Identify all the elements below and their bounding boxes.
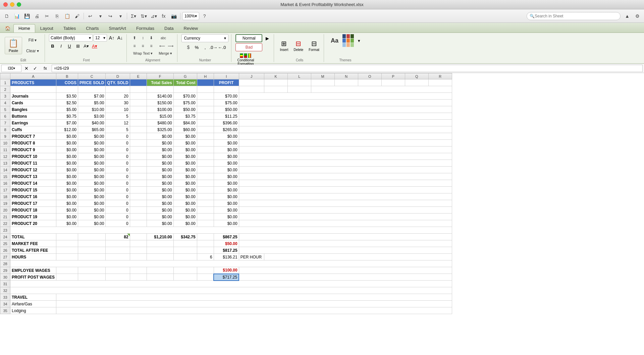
spreadsheet[interactable]: A B C D E F G H I J K L M N O P Q bbox=[0, 73, 644, 355]
cell-A2[interactable] bbox=[10, 86, 56, 93]
number-format-selector[interactable]: Currency ▾ bbox=[181, 34, 228, 42]
cell-O1[interactable] bbox=[358, 79, 381, 86]
align-center-button[interactable]: ≡ bbox=[139, 42, 147, 50]
cell-A29[interactable]: EMPLOYEE WAGES bbox=[10, 267, 56, 274]
cell-G7[interactable]: $84.00 bbox=[173, 120, 197, 126]
cell-I7[interactable]: $396.00 bbox=[214, 120, 239, 126]
cell-rest-3[interactable] bbox=[239, 93, 452, 100]
cell-I27[interactable]: $136.21 bbox=[214, 254, 239, 260]
cell-R1[interactable] bbox=[428, 79, 452, 86]
col-header-D[interactable]: D bbox=[106, 73, 130, 79]
font-size-selector[interactable]: 12 ▾ bbox=[94, 34, 107, 42]
align-middle-button[interactable]: ↕ bbox=[139, 34, 147, 42]
filter-button[interactable]: ⊿▾ bbox=[149, 11, 158, 21]
cell-G3[interactable]: $70.00 bbox=[173, 93, 197, 100]
cell-C3[interactable]: $7.00 bbox=[78, 93, 106, 100]
col-header-B[interactable]: B bbox=[56, 73, 78, 79]
camera-button[interactable]: 📷 bbox=[169, 11, 178, 21]
cell-B2[interactable] bbox=[56, 86, 78, 93]
font-size-increase[interactable]: A↑ bbox=[108, 34, 115, 42]
cell-E1[interactable] bbox=[130, 79, 147, 86]
cell-A30[interactable]: PROFIT POST WAGES bbox=[10, 274, 56, 281]
cell-I2[interactable] bbox=[214, 86, 239, 93]
cell-B5[interactable]: $5.00 bbox=[56, 106, 78, 113]
cell-A34[interactable]: Airfare/Gas bbox=[10, 301, 56, 307]
col-header-H[interactable]: H bbox=[197, 73, 214, 79]
minimize-button[interactable] bbox=[10, 2, 14, 7]
cell-C1[interactable]: PRICE SOLD bbox=[78, 79, 106, 86]
col-header-K[interactable]: K bbox=[264, 73, 287, 79]
spreadsheet-icon[interactable]: 📊 bbox=[12, 11, 21, 21]
align-right-button[interactable]: ≡ bbox=[148, 42, 155, 50]
bad-style-box[interactable]: Bad bbox=[235, 43, 262, 51]
currency-button[interactable]: $ bbox=[184, 44, 192, 51]
cell-A24[interactable]: TOTAL bbox=[10, 234, 56, 240]
row-num-6[interactable]: 6 bbox=[0, 113, 10, 120]
paste-toolbar-button[interactable]: 📋 bbox=[62, 11, 72, 21]
col-header-G[interactable]: G bbox=[173, 73, 197, 79]
cell-D5[interactable]: 10 bbox=[106, 106, 130, 113]
cell-G2[interactable] bbox=[173, 86, 197, 93]
search-toolbar[interactable]: 🔍 bbox=[527, 12, 621, 20]
cell-I8[interactable]: $265.00 bbox=[214, 126, 239, 133]
italic-button[interactable]: I bbox=[57, 42, 65, 50]
col-header-A[interactable]: A bbox=[10, 73, 56, 79]
cell-Q1[interactable] bbox=[405, 79, 428, 86]
cell-F5[interactable]: $100.00 bbox=[147, 106, 173, 113]
cell-I5[interactable]: $50.00 bbox=[214, 106, 239, 113]
col-header-F[interactable]: F bbox=[147, 73, 173, 79]
maximize-button[interactable] bbox=[17, 2, 21, 7]
undo-arrow[interactable]: ▾ bbox=[96, 11, 105, 21]
cell-rest-6[interactable] bbox=[239, 113, 452, 120]
cell-D3[interactable]: 20 bbox=[106, 93, 130, 100]
percent-button[interactable]: % bbox=[193, 44, 200, 51]
cell-H4[interactable] bbox=[197, 100, 214, 106]
cut-button[interactable]: ✂ bbox=[42, 11, 52, 21]
row-num-3[interactable]: 3 bbox=[0, 93, 10, 100]
cell-I29[interactable]: $100.00 bbox=[214, 267, 239, 274]
col-header-I[interactable]: I bbox=[214, 73, 239, 79]
col-header-R[interactable]: R bbox=[428, 73, 452, 79]
align-left-button[interactable]: ≡ bbox=[131, 42, 138, 50]
cell-rest-7[interactable] bbox=[239, 120, 452, 126]
tab-layout[interactable]: Layout bbox=[35, 24, 58, 33]
paste-button[interactable]: 📋 Paste bbox=[5, 37, 22, 54]
cell-I26[interactable]: $817.25 bbox=[214, 247, 239, 254]
cell-rest-5[interactable] bbox=[239, 106, 452, 113]
search-input[interactable] bbox=[535, 14, 618, 18]
cell-F4[interactable]: $150.00 bbox=[147, 100, 173, 106]
delete-button[interactable]: ⊟ Delete bbox=[292, 39, 305, 53]
undo-button[interactable]: ↩ bbox=[86, 11, 95, 21]
cell-E4[interactable] bbox=[130, 100, 147, 106]
cell-E2[interactable] bbox=[130, 86, 147, 93]
col-header-O[interactable]: O bbox=[358, 73, 381, 79]
ribbon-settings-button[interactable]: ⚙ bbox=[633, 11, 642, 21]
cell-J1[interactable] bbox=[239, 79, 264, 86]
cell-L2[interactable] bbox=[287, 86, 311, 93]
tab-charts[interactable]: Charts bbox=[81, 24, 104, 33]
cell-C6[interactable]: $3.00 bbox=[78, 113, 106, 120]
cell-H6[interactable] bbox=[197, 113, 214, 120]
cell-J27[interactable]: PER HOUR bbox=[239, 254, 264, 260]
row-num-8[interactable]: 8 bbox=[0, 126, 10, 133]
cell-C7[interactable]: $40.00 bbox=[78, 120, 106, 126]
wrap-text-button[interactable]: Wrap Text ▾ bbox=[131, 50, 155, 56]
cell-L1[interactable] bbox=[287, 79, 311, 86]
cell-I24[interactable]: $867.25 bbox=[214, 234, 239, 240]
cell-D4[interactable]: 30 bbox=[106, 100, 130, 106]
save-button[interactable]: 💾 bbox=[22, 11, 32, 21]
cell-B8[interactable]: $12.00 bbox=[56, 126, 78, 133]
cell-A3[interactable]: Journals bbox=[10, 93, 56, 100]
cell-M1[interactable] bbox=[311, 79, 334, 86]
cell-F3[interactable]: $140.00 bbox=[147, 93, 173, 100]
cell-H3[interactable] bbox=[197, 93, 214, 100]
fill-color-button[interactable]: A▾ bbox=[83, 42, 90, 50]
cell-F8[interactable]: $325.00 bbox=[147, 126, 173, 133]
cell-E7[interactable] bbox=[130, 120, 147, 126]
align-bottom-button[interactable]: ⬇ bbox=[148, 34, 155, 42]
cell-G6[interactable]: $3.75 bbox=[173, 113, 197, 120]
row-num-1[interactable]: 1 bbox=[0, 79, 10, 86]
sort-button[interactable]: ⇅▾ bbox=[139, 11, 148, 21]
cell-C8[interactable]: $65.00 bbox=[78, 126, 106, 133]
cell-H8[interactable] bbox=[197, 126, 214, 133]
